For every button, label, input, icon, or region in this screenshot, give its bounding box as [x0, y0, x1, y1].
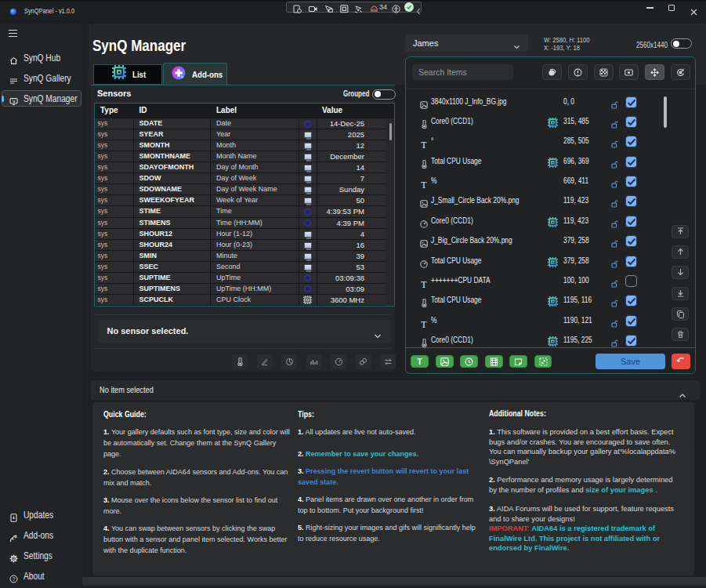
- svg-text:T: T: [417, 358, 422, 366]
- svg-text:?: ?: [13, 575, 16, 581]
